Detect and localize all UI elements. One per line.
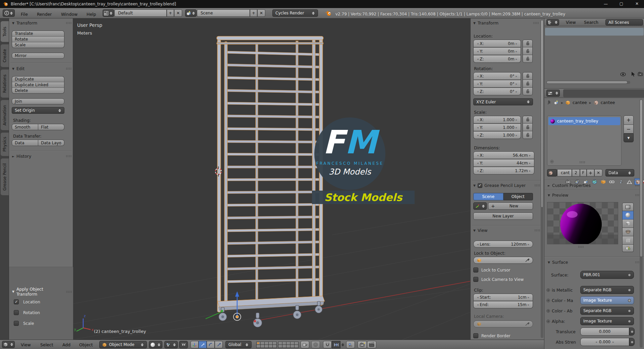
opengl-render-button[interactable] (358, 341, 367, 348)
npanel-scrollbar[interactable] (541, 20, 543, 338)
eyedropper-icon[interactable] (525, 322, 529, 326)
list-resize-grip-icon[interactable] (579, 161, 585, 163)
panel-grip-icon[interactable] (533, 22, 539, 24)
clip-start-field[interactable]: ◂ Start:1cm ▸ (473, 294, 533, 301)
alpha-node-dropdown[interactable]: Image Texture (580, 317, 634, 325)
tab-physics[interactable]: Physics (1, 132, 9, 156)
panel-header-transform[interactable]: ▼ Transform (12, 20, 72, 26)
scene-name-field[interactable]: Scene (197, 9, 250, 17)
unlink-material-button[interactable]: ✕ (594, 169, 602, 177)
proportional-edit-button[interactable] (311, 341, 320, 348)
expand-plus-icon[interactable] (546, 319, 550, 323)
panel-header-edit[interactable]: ▼ Edit (12, 66, 72, 71)
editor-type-3dview-button[interactable] (2, 341, 15, 348)
lock-to-scene-button[interactable] (301, 341, 309, 348)
object-menu[interactable]: Object (79, 342, 93, 347)
lock-to-cursor-checkbox[interactable] (473, 267, 478, 272)
scale-z-field[interactable]: ◂ Z:1.000 ▸ (473, 131, 521, 139)
layers-grid-left[interactable] (256, 342, 276, 348)
editor-type-properties-button[interactable] (546, 90, 560, 97)
lock-icon[interactable] (523, 80, 533, 88)
surface-node-dropdown[interactable]: PBR.001 (580, 271, 634, 279)
lock-icon[interactable] (523, 131, 533, 139)
panel-header-grease-pencil[interactable]: ▼ ✓ Grease Pencil Layer (473, 183, 540, 188)
delete-screen-layout-button[interactable]: ✕ (174, 9, 182, 17)
apply-location-checkbox[interactable]: ✓ (14, 299, 19, 304)
layer-cell[interactable] (294, 345, 299, 348)
add-material-slot-button[interactable]: + (624, 115, 634, 125)
tab-tools[interactable]: Tools (1, 21, 9, 42)
panel-grip-icon[interactable] (66, 67, 72, 70)
opengl-animation-button[interactable] (367, 341, 376, 348)
panel-header-history[interactable]: ► History (12, 154, 72, 159)
panel-grip-icon[interactable] (66, 291, 72, 293)
lock-icon[interactable] (523, 123, 533, 131)
layers-grid-right[interactable] (278, 342, 298, 348)
gp-object-tab[interactable]: Object (503, 193, 533, 200)
pivot-point-dropdown[interactable] (164, 341, 178, 348)
gp-scene-tab[interactable]: Scene (473, 193, 503, 200)
delete-scene-button[interactable]: ✕ (257, 9, 265, 17)
delete-button[interactable]: Delete (12, 88, 64, 94)
data-transfer-layout-button[interactable]: Data Layo (38, 140, 64, 146)
outliner-scrollbar[interactable] (546, 81, 630, 84)
outliner-filter-dropdown[interactable]: All Scenes (605, 19, 643, 26)
location-x-field[interactable]: ◂ X:0m ▸ (473, 40, 521, 47)
panel-header-view[interactable]: ▼ View (473, 228, 540, 233)
location-z-field[interactable]: ◂ Z:0m ▸ (473, 55, 521, 63)
tab-grease-pencil[interactable]: Grease Pencil (1, 158, 9, 196)
pointer-select-icon[interactable] (631, 71, 635, 77)
panel-header-custom-properties[interactable]: ► Custom Properties (548, 183, 641, 188)
menu-window[interactable]: Window (61, 12, 77, 17)
rotation-y-field[interactable]: ◂ Y:0° ▸ (473, 80, 521, 88)
preview-monkey-icon[interactable] (622, 228, 634, 236)
set-origin-dropdown[interactable]: Set Origin (12, 107, 64, 114)
scene-selector-icon-button[interactable] (185, 9, 197, 17)
eyedropper-icon[interactable] (525, 258, 529, 262)
expand-plus-icon[interactable] (546, 288, 550, 292)
preview-resize-grip-icon[interactable] (578, 246, 584, 248)
material-specials-dropdown[interactable]: ▼ (624, 134, 634, 142)
material-slot-row[interactable]: canteen_tray_trolley (548, 117, 620, 125)
local-camera-picker-field[interactable] (473, 320, 533, 328)
tab-relations[interactable]: Relations (1, 69, 9, 98)
rotation-mode-dropdown[interactable]: XYZ Euler (473, 98, 533, 105)
new-material-button[interactable]: + (587, 169, 594, 177)
lock-icon[interactable] (523, 47, 533, 55)
material-users-button[interactable]: 2 (572, 169, 580, 177)
material-name-field[interactable]: cant (557, 169, 572, 177)
translate-button[interactable]: Translate (12, 31, 64, 36)
redo-panel-header[interactable]: ▼ Apply Object Transform (12, 287, 72, 297)
lock-icon[interactable] (523, 116, 533, 123)
is-metallic-node-dropdown[interactable]: Separate RGB (580, 286, 634, 294)
mode-dropdown[interactable]: Object Mode (99, 341, 147, 348)
manipulate-center-points-toggle[interactable] (179, 341, 188, 348)
tab-create[interactable]: Create (1, 44, 9, 67)
duplicate-button[interactable]: Duplicate (12, 76, 64, 82)
view-menu[interactable]: View (21, 342, 31, 347)
expand-plus-icon[interactable] (550, 160, 554, 163)
render-restrict-camera-icon[interactable] (638, 72, 643, 76)
eye-icon[interactable] (620, 72, 626, 77)
lock-icon[interactable] (523, 88, 533, 95)
translucency-slider[interactable]: 0.000 (580, 328, 629, 336)
screen-layout-selector-icon[interactable] (103, 9, 114, 17)
preview-flat-icon[interactable] (622, 203, 634, 211)
lock-icon[interactable] (523, 55, 533, 63)
manipulator-rotate-button[interactable] (207, 341, 215, 348)
abs-strength-slider[interactable]: ◂0.000▸ (580, 338, 629, 346)
editor-type-info-button[interactable] (3, 9, 15, 17)
lock-icon[interactable] (523, 72, 533, 80)
expand-plus-icon[interactable] (546, 299, 550, 302)
close-window-button[interactable]: ✕ (635, 1, 639, 6)
preview-cube-icon[interactable] (622, 219, 634, 228)
manipulator-translate-button[interactable] (199, 341, 207, 348)
render-border-checkbox[interactable] (473, 333, 478, 338)
material-browse-dropdown[interactable] (547, 169, 557, 177)
manipulator-toggle-button[interactable] (191, 341, 199, 348)
snap-element-arrows[interactable] (341, 343, 344, 347)
menu-file[interactable]: File (21, 12, 28, 17)
panel-header-preview[interactable]: ▼ Preview (548, 193, 641, 198)
properties-scrollbar[interactable] (640, 99, 643, 348)
fake-user-button[interactable]: F (580, 169, 587, 177)
